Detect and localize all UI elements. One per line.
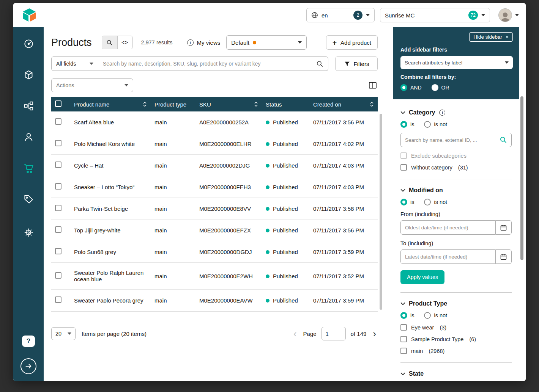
chevron-down-icon <box>400 189 405 192</box>
table-row[interactable]: Parka Twin-Set beigemainM0E20000000E8VVP… <box>51 198 378 220</box>
column-settings-icon[interactable] <box>368 81 378 90</box>
language-selector[interactable]: en 2 <box>306 8 375 22</box>
without-category-option[interactable]: Without category (31) <box>400 164 512 171</box>
from-label: From (including) <box>400 211 512 217</box>
select-all-checkbox[interactable] <box>55 100 61 107</box>
is-radio[interactable]: is <box>400 199 414 205</box>
search-icon[interactable] <box>500 136 507 144</box>
nav-discounts-icon[interactable] <box>19 193 38 205</box>
row-checkbox[interactable] <box>55 118 61 125</box>
to-date-input[interactable] <box>400 249 496 264</box>
nav-dashboard-icon[interactable] <box>19 37 38 50</box>
is-not-radio[interactable]: is not <box>424 199 447 205</box>
exclude-subcategories-option[interactable]: Exclude subcategories <box>400 152 512 159</box>
category-section-header[interactable]: Category i <box>400 109 512 116</box>
row-checkbox[interactable] <box>55 226 61 233</box>
table-row[interactable]: Sweater Polo Ralph Lauren ocean bluemain… <box>51 263 378 290</box>
sort-icon[interactable] <box>370 101 374 107</box>
row-checkbox[interactable] <box>55 205 61 211</box>
app-body: ? Products <> <box>13 27 526 381</box>
nav-settings-icon[interactable] <box>19 226 38 239</box>
search-icon[interactable] <box>316 60 323 67</box>
product-type-section-header[interactable]: Product Type <box>400 300 512 307</box>
modified-on-section-header[interactable]: Modified on <box>400 187 512 194</box>
product-type-cell: main <box>151 263 195 290</box>
category-search <box>400 133 512 147</box>
or-radio[interactable]: OR <box>432 84 449 91</box>
table-row[interactable]: Scarf Altea bluemainA0E20000000252APubli… <box>51 111 378 133</box>
help-icon[interactable]: ? <box>22 336 35 347</box>
apply-values-button[interactable]: Apply values <box>400 270 444 284</box>
view-selector[interactable]: Default <box>226 35 307 50</box>
table-row[interactable]: Polo Sun68 greymainM0E20000000DGDJPublis… <box>51 241 378 263</box>
attribute-search-selector[interactable]: Search attributes by label <box>400 56 513 69</box>
is-not-radio[interactable]: is not <box>424 121 447 128</box>
row-checkbox[interactable] <box>55 140 61 146</box>
expand-sidebar-icon[interactable] <box>20 358 36 374</box>
table-scrollbar[interactable] <box>380 114 382 310</box>
user-menu-caret[interactable] <box>515 14 519 16</box>
commercetools-logo[interactable] <box>21 7 38 24</box>
hide-sidebar-button[interactable]: Hide sidebar × <box>469 32 513 42</box>
sort-icon[interactable] <box>254 101 258 107</box>
sidebar-scrollbar[interactable] <box>520 96 523 260</box>
page-size-selector[interactable]: 20 <box>51 327 76 340</box>
nav-categories-icon[interactable] <box>19 99 38 112</box>
row-checkbox[interactable] <box>55 272 61 279</box>
is-radio[interactable]: is <box>400 121 414 128</box>
sku-cell: M0E20000000EFZX <box>195 220 262 241</box>
table-header-row: Product name Product type SKU Statu <box>51 97 378 111</box>
row-checkbox[interactable] <box>55 296 61 303</box>
product-type-cell: main <box>151 220 195 241</box>
table-row[interactable]: Polo Michael Kors whitemainM0E20000000EL… <box>51 133 378 155</box>
title-row: Products <> 2,977 results i My views Def… <box>51 34 378 51</box>
user-avatar[interactable] <box>498 8 512 22</box>
table-row[interactable]: Sweater Paolo Pecora greymainM0E20000000… <box>51 290 378 311</box>
state-section-header[interactable]: State <box>400 370 512 377</box>
is-radio[interactable]: is <box>400 312 414 319</box>
table-row[interactable]: Top Jijil grey-whitemainM0E20000000EFZXP… <box>51 220 378 241</box>
actions-dropdown[interactable]: Actions <box>51 78 133 92</box>
add-product-button[interactable]: + Add product <box>326 35 378 50</box>
from-date-input[interactable] <box>400 220 496 235</box>
close-icon: × <box>506 34 509 40</box>
row-checkbox[interactable] <box>55 162 61 168</box>
row-checkbox[interactable] <box>55 183 61 190</box>
filters-button[interactable]: Filters <box>335 56 378 71</box>
category-search-input[interactable] <box>405 137 500 143</box>
page-number-input[interactable] <box>322 327 346 340</box>
eye-wear-option[interactable]: Eye wear (3) <box>400 324 512 331</box>
globe-icon <box>311 12 318 19</box>
search-field-selector[interactable]: All fields <box>51 56 98 71</box>
sample-product-type-option[interactable]: Sample Product Type (6) <box>400 336 512 342</box>
chevron-down-icon <box>366 14 370 16</box>
nav-orders-icon[interactable] <box>19 162 38 174</box>
calendar-icon[interactable] <box>496 249 512 264</box>
row-checkbox[interactable] <box>55 248 61 254</box>
table-row[interactable]: Cycle – HatmainA0E200000002DJGPublished0… <box>51 155 378 176</box>
col-product-name: Product name <box>74 101 109 108</box>
next-page-icon[interactable]: › <box>371 329 378 339</box>
status-cell: Published <box>262 220 309 241</box>
checkbox-icon <box>400 336 407 342</box>
calendar-icon[interactable] <box>496 220 512 235</box>
prev-page-icon[interactable]: ‹ <box>292 329 298 339</box>
sort-icon[interactable] <box>143 101 147 107</box>
project-selector[interactable]: Sunrise MC 72 <box>380 8 490 22</box>
nav-customers-icon[interactable] <box>19 130 38 143</box>
main-type-option[interactable]: main (2968) <box>400 348 512 354</box>
table-row[interactable]: Sneaker – Lotto “Tokyo“mainM0E20000000FE… <box>51 176 378 198</box>
and-radio[interactable]: AND <box>400 84 422 91</box>
nav-products-icon[interactable] <box>19 68 38 81</box>
view-value: Default <box>231 39 249 46</box>
info-icon[interactable]: i <box>187 39 194 46</box>
col-product-type: Product type <box>154 101 186 108</box>
info-icon[interactable]: i <box>439 110 445 116</box>
is-not-radio[interactable]: is not <box>424 312 447 319</box>
product-search-input[interactable] <box>103 61 316 67</box>
query-search-toggle[interactable]: <> <box>117 36 132 49</box>
text-search-toggle[interactable] <box>102 36 117 49</box>
category-title: Category <box>409 109 435 116</box>
sku-cell: M0E20000000E2WH <box>195 263 262 290</box>
radio-selected-icon <box>400 312 407 319</box>
